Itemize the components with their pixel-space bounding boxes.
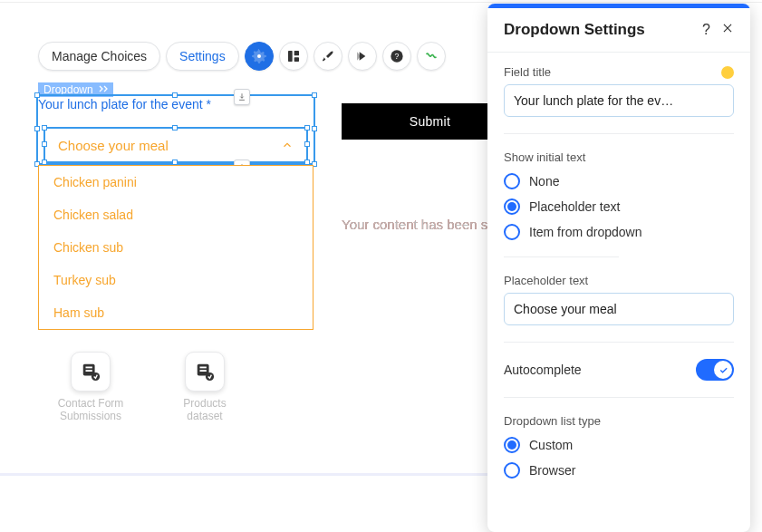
manage-choices-label: Manage Choices <box>52 49 147 63</box>
svg-rect-1 <box>288 51 293 62</box>
radio-browser-label: Browser <box>529 463 575 478</box>
svg-rect-2 <box>294 51 298 55</box>
dataset-icon <box>71 352 111 392</box>
dataset-products[interactable]: Products dataset <box>159 352 250 422</box>
dataset-icon <box>185 352 225 392</box>
dropdown-option[interactable]: Ham sub <box>39 296 313 329</box>
svg-rect-8 <box>86 370 92 372</box>
dropdown-option[interactable]: Chicken panini <box>39 166 313 198</box>
section-divider <box>0 473 490 476</box>
placeholder-text-value: Choose your meal <box>514 302 617 316</box>
autocomplete-toggle[interactable] <box>696 359 734 381</box>
info-icon[interactable] <box>721 66 734 79</box>
panel-help-icon[interactable]: ? <box>702 22 710 38</box>
autocomplete-label: Autocomplete <box>504 363 582 377</box>
dataset-label: dataset <box>159 410 250 422</box>
dev-icon[interactable] <box>417 42 446 71</box>
svg-point-13 <box>206 372 214 381</box>
panel-close-icon[interactable] <box>721 22 734 38</box>
radio-none[interactable] <box>504 173 520 189</box>
animation-icon[interactable] <box>348 42 377 71</box>
field-title-input[interactable]: Your lunch plate for the ev… <box>504 84 734 117</box>
radio-placeholder-label: Placeholder text <box>529 199 620 214</box>
settings-label: Settings <box>179 49 226 63</box>
dataset-label: Submissions <box>45 410 136 422</box>
manage-choices-button[interactable]: Manage Choices <box>38 42 160 71</box>
radio-browser[interactable] <box>504 462 520 479</box>
svg-point-9 <box>92 372 100 381</box>
svg-rect-3 <box>294 57 298 62</box>
panel-title: Dropdown Settings <box>504 21 645 39</box>
dropdown-list: Chicken panini Chicken salad Chicken sub… <box>38 165 313 330</box>
dropdown-placeholder: Choose your meal <box>58 138 169 153</box>
svg-text:?: ? <box>394 52 399 61</box>
chevron-up-icon <box>281 139 294 151</box>
dropdown-settings-panel: Dropdown Settings ? Field title Your lun… <box>487 4 750 532</box>
radio-item-label: Item from dropdown <box>529 225 642 239</box>
dropdown-input[interactable]: Choose your meal <box>43 127 308 163</box>
dataset-label: Contact Form <box>45 397 136 410</box>
dataset-contact-form[interactable]: Contact Form Submissions <box>45 352 136 422</box>
settings-button[interactable]: Settings <box>166 42 239 71</box>
svg-rect-7 <box>86 367 92 369</box>
layout-icon[interactable] <box>279 42 308 71</box>
show-initial-label: Show initial text <box>504 150 585 164</box>
radio-custom-label: Custom <box>529 438 573 452</box>
radio-item[interactable] <box>504 224 520 240</box>
dropdown-option[interactable]: Chicken sub <box>39 231 313 264</box>
submit-label: Submit <box>410 114 450 129</box>
svg-rect-12 <box>200 370 207 372</box>
svg-rect-11 <box>200 367 207 369</box>
resize-download-icon[interactable] <box>234 89 250 105</box>
placeholder-text-input[interactable]: Choose your meal <box>504 293 734 325</box>
field-title-label: Field title <box>504 65 551 79</box>
element-toolbar: Manage Choices Settings ? <box>38 42 446 71</box>
placeholder-text-label: Placeholder text <box>504 274 588 287</box>
field-title-value: Your lunch plate for the ev… <box>514 93 673 108</box>
radio-placeholder[interactable] <box>504 198 520 215</box>
radio-custom[interactable] <box>504 437 520 453</box>
design-icon[interactable] <box>245 42 274 71</box>
brush-icon[interactable] <box>313 42 342 71</box>
help-icon[interactable]: ? <box>382 42 411 71</box>
list-type-label: Dropdown list type <box>504 414 601 428</box>
dropdown-option[interactable]: Chicken salad <box>39 198 313 231</box>
dropdown-option[interactable]: Turkey sub <box>39 264 313 296</box>
radio-none-label: None <box>529 174 559 189</box>
dataset-label: Products <box>159 397 250 410</box>
